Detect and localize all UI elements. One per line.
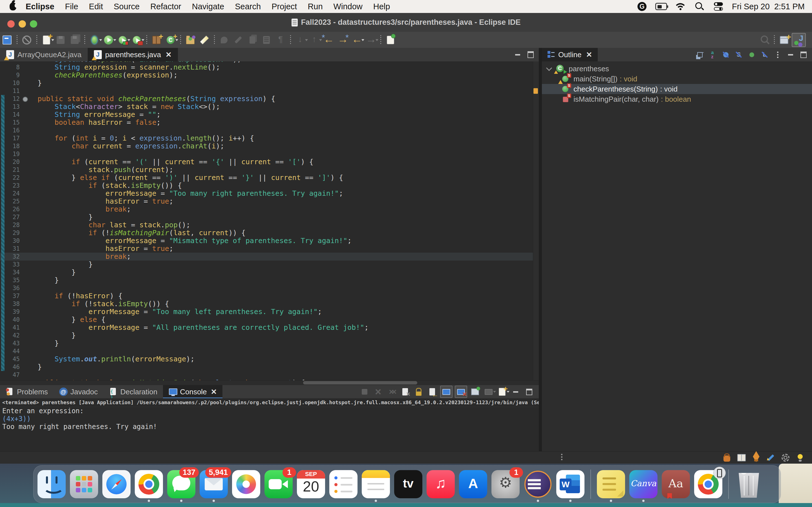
code-line-44[interactable]: 44 [0,347,539,355]
dock-item-reminders[interactable] [329,470,357,498]
wifi-icon[interactable] [674,1,686,11]
maximize-icon[interactable] [523,386,535,397]
code-line-43[interactable]: 43 } [0,339,539,347]
menu-item-search[interactable]: Search [235,2,261,11]
code-line-39[interactable]: 39 errorMessage = "Too many left parenth… [0,308,539,316]
console-view[interactable]: <terminated> parentheses [Java Applicati… [0,398,539,451]
code-line-17[interactable]: 17 for (int i = 0; i < expression.length… [0,134,539,142]
menu-item-run[interactable]: Run [308,2,322,11]
outline-item-checkParentheses[interactable]: checkParentheses(String): void [542,84,812,94]
code-line-15[interactable]: 15 boolean hasError = false; [0,119,539,126]
grammarly-icon[interactable] [636,1,648,11]
close-icon[interactable]: ✕ [165,50,172,59]
word-wrap-icon[interactable] [426,386,438,397]
close-icon[interactable]: ✕ [211,388,217,396]
editor-tab-parentheses.java[interactable]: parentheses.java✕ [88,48,178,61]
pin-console-icon[interactable] [469,386,481,397]
code-editor[interactable]: 7 System.out.println("Enter an expressio… [0,61,539,380]
status-overflow-icon[interactable] [561,454,562,455]
minimize-icon[interactable] [515,54,520,55]
outline-item-main[interactable]: main(String[]): void [542,74,812,84]
code-line-16[interactable]: 16 [0,126,539,134]
dock-item-music[interactable]: ♫ [426,470,455,498]
minimize-icon[interactable] [510,386,521,397]
menu-item-refactor[interactable]: Refactor [150,2,181,11]
apple-logo-icon[interactable] [10,3,16,10]
tab-console[interactable]: Console✕ [163,385,222,399]
dock-item-launchpad[interactable] [70,470,98,498]
dock-item-stickies[interactable] [597,470,625,498]
battery-icon[interactable] [655,1,667,11]
dropdown-arrow-icon[interactable] [113,39,116,41]
dock-item-dictionary[interactable]: Aa [662,470,690,498]
tab-declaration[interactable]: Declaration [103,385,163,399]
pin-editor-icon[interactable] [384,34,397,47]
menu-item-edit[interactable]: Edit [89,2,103,11]
open-perspective-icon[interactable] [777,34,791,47]
dock-item-word[interactable]: W [556,470,585,498]
dock-item-finder[interactable] [38,470,66,498]
hide-locals-icon[interactable] [760,50,770,60]
code-line-29[interactable]: 29 if (!isMatchingPair(last, current)) { [0,229,539,237]
show-stdout-icon[interactable] [440,386,453,398]
sort-icon[interactable] [708,50,718,60]
tab-javadoc[interactable]: Javadoc [54,385,103,399]
scroll-lock-icon[interactable] [413,386,424,397]
dropdown-arrow-icon[interactable] [375,39,378,41]
code-line-27[interactable]: 27 } [0,213,539,221]
code-line-45[interactable]: 45 System.out.println(errorMessage); [0,355,539,363]
close-icon[interactable]: ✕ [586,50,592,59]
run-icon[interactable] [102,34,115,47]
skip-breakpoints-icon[interactable] [20,34,33,47]
code-line-47[interactable]: 47 [0,371,539,379]
dropdown-arrow-icon[interactable] [128,39,130,41]
dropdown-arrow-icon[interactable] [361,39,364,41]
code-line-18[interactable]: 18 char current = expression.charAt(i); [0,142,539,150]
editor-tab-ArrayQueueA2.java[interactable]: ArrayQueueA2.java [0,48,88,61]
show-public-icon[interactable] [747,50,757,60]
open-type-icon[interactable] [184,34,197,47]
dropdown-arrow-icon[interactable] [175,39,178,41]
code-line-13[interactable]: 13 Stack<Character> stack = new Stack<>(… [0,103,539,111]
code-line-33[interactable]: 33 } [0,261,539,269]
maximize-icon[interactable] [527,51,534,58]
book-icon[interactable] [737,453,747,462]
gear-icon[interactable] [780,453,791,462]
backpack-icon[interactable] [722,453,732,462]
view-menu-icon[interactable] [772,50,783,60]
clear-icon[interactable] [400,386,411,397]
code-line-34[interactable]: 34 } [0,269,539,276]
overview-ruler[interactable] [533,61,539,380]
dock-item-chromephone[interactable] [694,470,722,498]
menu-item-help[interactable]: Help [373,2,390,11]
new-java-class-icon[interactable] [164,34,177,47]
dock-item-eclipse[interactable] [524,470,552,498]
code-line-21[interactable]: 21 stack.push(current); [0,166,539,174]
highlighter-icon[interactable] [198,34,211,47]
menu-bar-clock[interactable]: Fri Sep 20 2:51 PM [732,2,805,11]
menu-item-file[interactable]: File [65,2,79,11]
code-line-31[interactable]: 31 hasError = true; [0,245,539,252]
code-line-30[interactable]: 30 errorMessage = "Mismatch type of pare… [0,237,539,245]
collapse-all-icon[interactable] [695,50,705,60]
code-line-32[interactable]: 32 break; [0,252,539,261]
dock-item-messages[interactable]: 137 [167,470,195,498]
show-stderr-icon[interactable] [455,386,467,398]
code-line-12[interactable]: 12 public static void checkParentheses(S… [0,95,539,103]
code-line-42[interactable]: 42 } [0,332,539,339]
code-line-35[interactable]: 35 } [0,276,539,284]
dropdown-arrow-icon[interactable] [51,39,54,41]
menu-item-eclipse[interactable]: Eclipse [26,2,54,11]
graduation-cap-icon[interactable] [751,453,761,462]
code-line-46[interactable]: 46 } [0,363,539,371]
lightbulb-icon[interactable] [795,453,805,462]
dock-item-canva[interactable]: Canva [629,470,658,498]
dropdown-arrow-icon[interactable] [493,391,496,393]
menu-item-project[interactable]: Project [271,2,297,11]
code-line-22[interactable]: 22 } else if (current == ')' || current … [0,174,539,182]
dock-item-trash[interactable] [735,470,763,498]
dock-item-mail[interactable]: 5,941 [200,470,228,498]
code-line-10[interactable]: 10 } [0,79,539,87]
dock-item-facetime[interactable]: 1 [264,470,293,498]
dock-item-calendar[interactable]: SEP20 [297,470,325,498]
